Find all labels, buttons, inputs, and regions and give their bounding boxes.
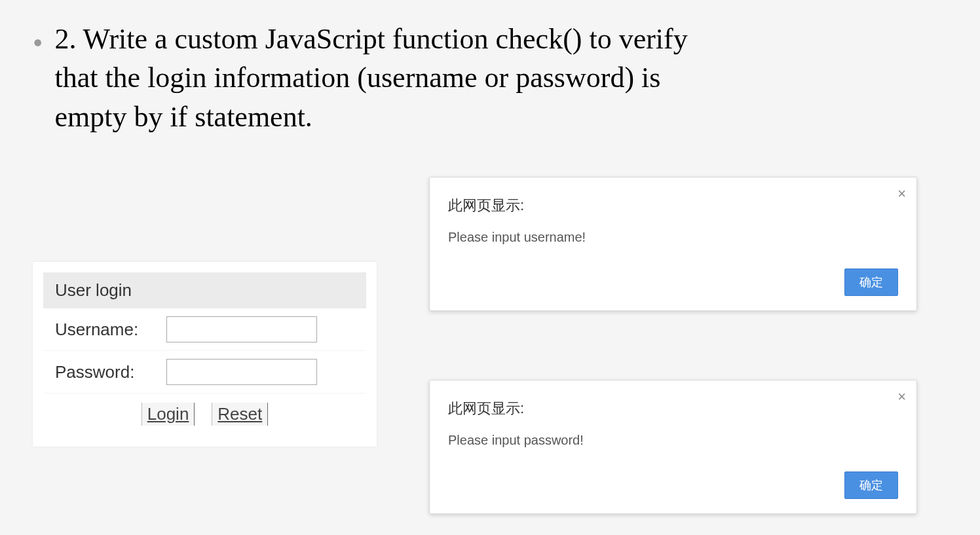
alert-title: 此网页显示: [448,196,898,215]
username-row: Username: [43,308,366,351]
reset-button[interactable]: Reset [212,403,268,426]
alert-title: 此网页显示: [448,399,898,418]
password-row: Password: [43,351,366,394]
alert-message: Please input password! [448,433,898,448]
question-block: • 2. Write a custom JavaScript function … [33,20,716,136]
ok-button[interactable]: 确定 [844,471,898,499]
alert-message: Please input username! [448,230,898,245]
login-buttons: Login Reset [43,394,366,432]
alert-footer: 确定 [448,471,898,499]
alert-footer: 确定 [448,268,898,296]
alert-password: × 此网页显示: Please input password! 确定 [429,380,917,514]
close-icon[interactable]: × [897,390,906,404]
ok-button[interactable]: 确定 [844,268,898,296]
login-panel: User login Username: Password: Login Res… [33,262,377,447]
close-icon[interactable]: × [897,187,906,201]
login-header: User login [43,272,366,308]
alert-username: × 此网页显示: Please input username! 确定 [429,177,917,311]
bullet-icon: • [33,29,43,58]
username-input[interactable] [166,316,317,342]
username-label: Username: [55,320,166,340]
password-input[interactable] [166,359,317,385]
question-text: 2. Write a custom JavaScript function ch… [54,20,716,136]
password-label: Password: [55,362,166,382]
login-button[interactable]: Login [141,403,195,426]
